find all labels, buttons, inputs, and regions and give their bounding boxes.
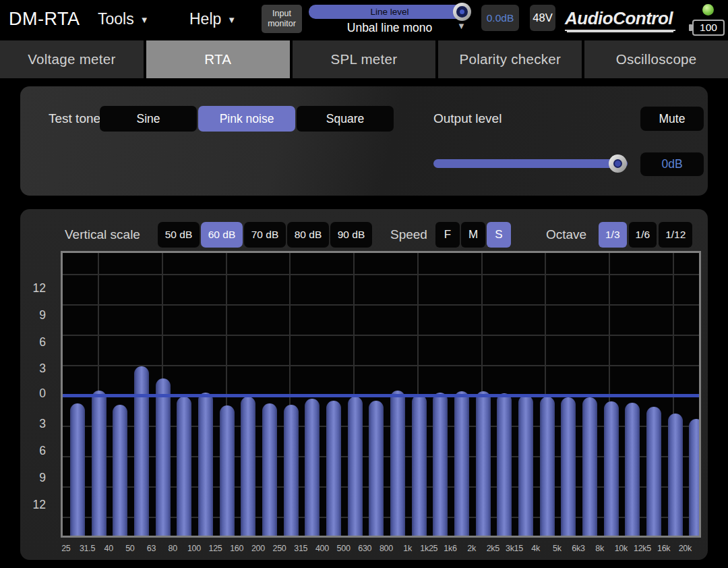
spectrum-bar-800: [390, 391, 405, 538]
input-monitor-label-line2: monitor: [262, 19, 302, 29]
rta-frequency-labels: 2531.54050638010012516020025031540050063…: [55, 544, 696, 553]
frequency-label-630: 630: [354, 544, 375, 553]
line-level-label: Line level: [309, 5, 471, 19]
spectrum-bar-16k: [668, 414, 683, 538]
octave-option-1-3[interactable]: 1/3: [599, 222, 627, 248]
vertical-scale-option-80-db[interactable]: 80 dB: [287, 222, 329, 248]
input-monitor-label-line1: Input: [262, 9, 302, 19]
speed-option-s[interactable]: S: [487, 222, 511, 248]
input-monitor-button[interactable]: Input monitor: [262, 5, 302, 33]
spectrum-bar-2k5: [497, 393, 512, 538]
y-axis-tick-label: 12: [26, 497, 46, 512]
mute-button[interactable]: Mute: [640, 107, 704, 131]
test-tone-button-group: SinePink noiseSquare: [100, 106, 394, 132]
vertical-scale-label: Vertical scale: [65, 227, 140, 242]
rta-panel: Vertical scale 50 dB60 dB70 dB80 dB90 dB…: [20, 209, 708, 560]
frequency-label-50: 50: [119, 544, 141, 553]
frequency-label-10k: 10k: [610, 544, 632, 553]
chevron-down-icon: ▼: [227, 15, 236, 25]
spectrum-bar-125: [220, 405, 235, 538]
frequency-label-8k: 8k: [589, 544, 611, 553]
input-gain-readout: 0.0dB: [481, 5, 519, 31]
tab-polarity-checker[interactable]: Polarity checker: [438, 40, 582, 78]
spectrum-bar-1k6: [454, 391, 469, 538]
output-level-slider[interactable]: [433, 159, 628, 168]
output-level-label: Output level: [433, 111, 502, 126]
spectrum-bar-4k: [540, 397, 555, 538]
frequency-label-2k: 2k: [461, 544, 483, 553]
tab-oscilloscope[interactable]: Oscilloscope: [584, 40, 728, 78]
battery-nub: [689, 24, 692, 31]
octave-option-1-12[interactable]: 1/12: [659, 222, 692, 248]
main-tab-bar: Voltage meterRTASPL meterPolarity checke…: [0, 40, 728, 78]
test-tone-option-square[interactable]: Square: [297, 106, 394, 132]
knob-dot: [460, 9, 464, 14]
phantom-power-badge[interactable]: 48V: [530, 5, 555, 31]
tab-voltage-meter[interactable]: Voltage meter: [0, 40, 144, 78]
y-axis-tick-label: 12: [26, 281, 46, 295]
spectrum-bar-10k: [625, 403, 640, 538]
frequency-label-12k5: 12k5: [632, 544, 653, 553]
line-level-slider-knob[interactable]: [453, 3, 471, 21]
top-bar: DM-RTA Tools▼ Help▼ Input monitor Line l…: [0, 0, 728, 38]
zero-db-line: [63, 394, 699, 397]
status-led-icon: [702, 4, 714, 16]
spectrum-bar-8k: [604, 401, 619, 538]
spectrum-bar-80: [177, 397, 191, 538]
spectrum-bar-500: [348, 397, 363, 538]
help-menu[interactable]: Help▼: [189, 0, 236, 38]
vertical-scale-option-90-db[interactable]: 90 dB: [330, 222, 372, 248]
tools-menu[interactable]: Tools▼: [98, 0, 149, 38]
y-axis-tick-label: 9: [26, 308, 46, 322]
y-axis-tick-label: 3: [26, 416, 46, 431]
grid-line-h: [63, 365, 699, 366]
app-title: DM-RTA: [9, 0, 80, 38]
speed-option-m[interactable]: M: [461, 222, 485, 248]
spectrum-bar-6k3: [582, 397, 597, 538]
input-source-select[interactable]: Unbal line mono: [309, 20, 471, 36]
spectrum-bar-400: [326, 401, 341, 538]
test-tone-option-pink-noise[interactable]: Pink noise: [198, 106, 295, 132]
frequency-label-25: 25: [55, 544, 77, 553]
spectrum-bar-1k: [412, 395, 427, 538]
frequency-label-500: 500: [333, 544, 355, 553]
frequency-label-16k: 16k: [653, 544, 675, 553]
vertical-scale-option-70-db[interactable]: 70 dB: [244, 222, 286, 248]
knob-ring: [456, 6, 468, 18]
frequency-label-125: 125: [205, 544, 226, 553]
frequency-label-3k15: 3k15: [504, 544, 525, 553]
spectrum-bar-3k15: [518, 395, 533, 538]
tab-spl-meter[interactable]: SPL meter: [293, 40, 436, 78]
frequency-label-1k6: 1k6: [439, 544, 461, 553]
tools-menu-label: Tools: [98, 10, 134, 28]
speed-option-f[interactable]: F: [435, 222, 460, 248]
y-axis-tick-label: 0: [26, 386, 46, 401]
spectrum-bar-100: [198, 393, 213, 538]
tab-rta[interactable]: RTA: [146, 40, 290, 78]
chevron-down-icon[interactable]: ▼: [457, 21, 466, 31]
output-level-value[interactable]: 0dB: [640, 152, 704, 176]
battery-indicator: 100: [692, 20, 725, 36]
output-level-slider-knob[interactable]: [609, 154, 627, 173]
frequency-label-1k25: 1k25: [418, 544, 439, 553]
grid-line-h: [63, 335, 699, 336]
vertical-scale-button-group: 50 dB60 dB70 dB80 dB90 dB: [158, 222, 372, 248]
octave-button-group: 1/31/61/12: [599, 222, 692, 248]
vertical-scale-option-60-db[interactable]: 60 dB: [201, 222, 243, 248]
grid-line-h: [63, 274, 699, 275]
rta-y-axis-labels: 12963036912: [26, 209, 46, 560]
vertical-scale-option-50-db[interactable]: 50 dB: [158, 222, 200, 248]
spectrum-bar-50: [134, 366, 149, 538]
frequency-label-200: 200: [247, 544, 269, 553]
frequency-label-6k3: 6k3: [568, 544, 589, 553]
octave-option-1-6[interactable]: 1/6: [629, 222, 657, 248]
spectrum-bar-160: [241, 397, 255, 538]
frequency-label-40: 40: [98, 544, 119, 553]
test-tone-option-sine[interactable]: Sine: [100, 106, 197, 132]
spectrum-bar-1k25: [433, 393, 448, 538]
y-axis-tick-label: 6: [26, 443, 46, 458]
spectrum-bar-2k: [476, 391, 491, 538]
frequency-label-20k: 20k: [674, 544, 696, 553]
line-level-slider[interactable]: Line level: [309, 5, 471, 19]
test-tone-label: Test tone: [49, 111, 100, 126]
